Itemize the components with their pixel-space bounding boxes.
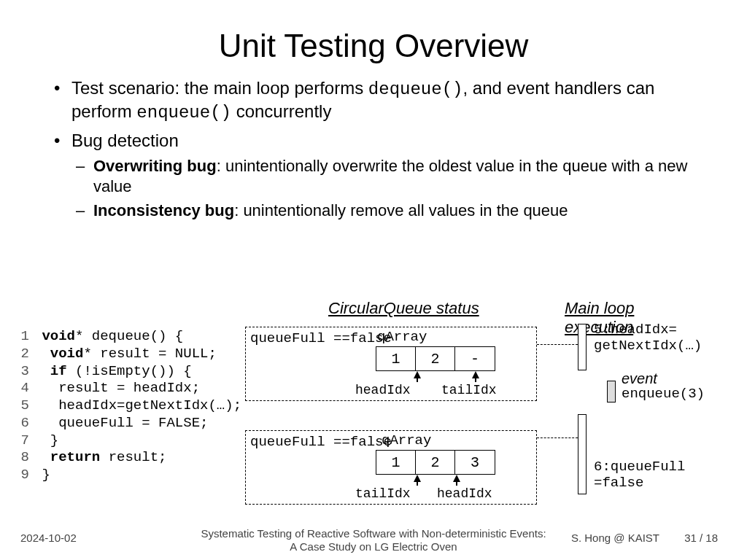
scenario-post: concurrently	[231, 101, 331, 121]
scenario-pre: Test scenario: the main loop performs	[71, 78, 368, 98]
footer-author: S. Hong @ KAIST	[571, 532, 659, 544]
code-text: result;	[100, 449, 166, 465]
arrow-up-icon	[414, 475, 421, 482]
queuefull-false-2: queueFull ==false	[250, 434, 392, 450]
code-text: queueFull = FALSE;	[58, 415, 208, 431]
scenario-code-dequeue: dequeue()	[368, 79, 463, 99]
cell: 3	[455, 451, 495, 474]
footer-page: 31 / 18	[684, 532, 718, 544]
cell: 1	[376, 451, 416, 474]
qarray-cells-2: 1 2 3	[376, 450, 495, 475]
exec-step6: 6:queueFull =false	[594, 459, 732, 491]
connector-dash-1	[537, 344, 578, 345]
inconsist-head: Inconsistency bug	[93, 201, 234, 219]
cell: 1	[376, 347, 416, 370]
bugdetect-label: Bug detection	[71, 131, 179, 150]
exec-step5: 5:headIdx= getNextIdx(…)	[594, 322, 732, 354]
code-text: (!isEmpty()) {	[67, 363, 192, 379]
arrow-up-icon	[414, 371, 421, 378]
footer-title-line1: Systematic Testing of Reactive Software …	[201, 527, 546, 540]
exec-bar-mainloop-2	[578, 414, 587, 494]
arrow-up-icon	[472, 371, 479, 378]
code-text: * result = NULL;	[83, 346, 216, 362]
bullet-scenario: Test scenario: the main loop performs de…	[51, 77, 696, 124]
subbullet-inconsistency: Inconsistency bug: unintentionally remov…	[71, 201, 696, 221]
code-text: * dequeue() {	[75, 328, 183, 344]
connector-dash-2	[537, 438, 578, 438]
inconsist-body: : unintentionally remove all values in t…	[234, 201, 568, 219]
queue-status-box-2: queueFull ==false qArray 1 2 3 tailIdx h…	[245, 430, 537, 505]
overwrite-head: Overwriting bug	[93, 157, 217, 175]
cell: 2	[416, 451, 455, 474]
code-kw: void	[42, 328, 75, 344]
qarray-label-2: qArray	[382, 432, 431, 448]
subbullet-overwrite: Overwriting bug: unintentionally overwri…	[71, 156, 696, 196]
bullet-bugdetect: Bug detection Overwriting bug: unintenti…	[51, 130, 696, 221]
tailidx-label-2: tailIdx	[355, 486, 411, 501]
event-label: event	[622, 370, 657, 387]
footer-title-line2: A Case Study on LG Electric Oven	[290, 540, 457, 553]
headidx-label-1: headIdx	[355, 383, 411, 397]
code-listing: 1 void* dequeue() { 2 void* result = NUL…	[18, 328, 241, 484]
code-text: headIdx=getNextIdx(…);	[58, 397, 241, 413]
code-kw: return	[50, 449, 100, 465]
slide-title: Unit Testing Overview	[0, 0, 747, 77]
exec-bar-mainloop-1	[578, 324, 587, 370]
label-circularqueue-status: CircularQueue status	[328, 299, 479, 318]
code-kw: void	[50, 346, 84, 362]
diagram-area: 1 void* dequeue() { 2 void* result = NUL…	[0, 292, 747, 525]
qarray-label-1: qArray	[377, 329, 427, 345]
arrow-up-icon	[453, 475, 460, 482]
scenario-code-enqueue: enqueue()	[136, 103, 231, 122]
headidx-label-2: headIdx	[437, 486, 492, 501]
code-text: }	[42, 467, 50, 483]
qarray-cells-1: 1 2 -	[376, 346, 495, 371]
queue-status-box-1: queueFull ==false qArray 1 2 - headIdx t…	[245, 327, 537, 401]
exec-bar-event	[607, 381, 616, 402]
queuefull-false-1: queueFull ==false	[250, 330, 392, 346]
code-text: }	[50, 432, 58, 448]
cell: 2	[416, 347, 455, 370]
label-main-loop: Main loop	[565, 299, 634, 318]
code-kw: if	[50, 363, 67, 379]
tailidx-label-1: tailIdx	[441, 383, 497, 397]
body-content: Test scenario: the main loop performs de…	[0, 77, 747, 221]
exec-enqueue3: enqueue(3)	[622, 386, 705, 402]
cell: -	[455, 347, 495, 370]
code-text: result = headIdx;	[58, 380, 200, 396]
